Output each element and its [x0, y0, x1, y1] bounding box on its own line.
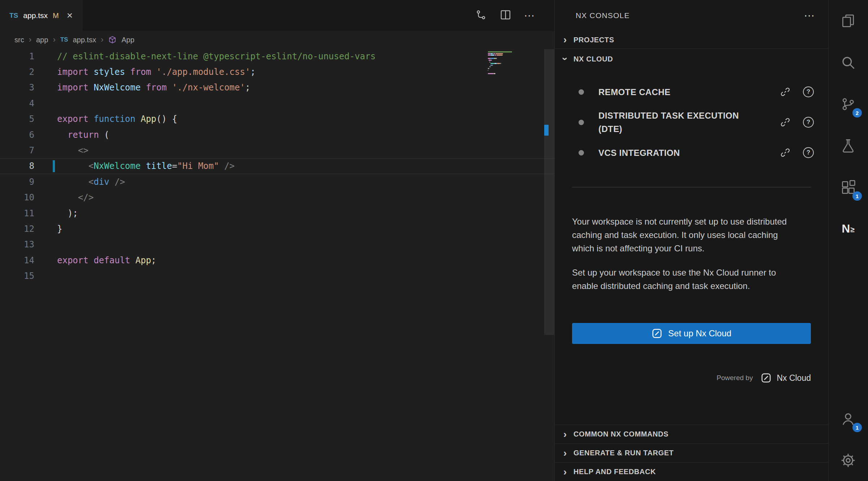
editor-code-area[interactable]: 1// eslint-disable-next-line @typescript…: [0, 48, 554, 481]
git-modified-badge: M: [53, 12, 59, 20]
line-number[interactable]: 11: [0, 208, 34, 218]
section-common-nx-commands[interactable]: ›COMMON NX COMMANDS: [555, 425, 828, 443]
tab-app-tsx[interactable]: TS app.tsx M ×: [0, 0, 82, 31]
code-text[interactable]: </>: [34, 192, 94, 203]
setup-button-label: Set up Nx Cloud: [668, 328, 731, 339]
section-help-and-feedback[interactable]: ›HELP AND FEEDBACK: [555, 462, 828, 481]
editor-scrollbar[interactable]: [544, 48, 554, 481]
line-number[interactable]: 5: [0, 114, 34, 124]
search-icon[interactable]: [829, 42, 868, 83]
minimap[interactable]: [488, 51, 543, 76]
typescript-file-icon: TS: [9, 12, 18, 20]
connect-icon[interactable]: [780, 147, 791, 158]
help-icon[interactable]: ?: [803, 147, 814, 158]
section-label: COMMON NX COMMANDS: [573, 430, 669, 438]
panel-title: NX CONSOLE: [576, 11, 630, 20]
breadcrumb-item-symbol[interactable]: App: [121, 36, 134, 44]
line-number[interactable]: 12: [0, 224, 34, 234]
line-number[interactable]: 10: [0, 192, 34, 203]
code-line: 6 return (: [0, 127, 554, 142]
line-number[interactable]: 15: [0, 271, 34, 281]
settings-icon[interactable]: [829, 439, 868, 481]
explorer-icon[interactable]: [829, 0, 868, 42]
nx-cloud-items: REMOTE CACHE?DISTRIBUTED TASK EXECUTION …: [555, 69, 828, 165]
source-control-icon[interactable]: 2: [829, 83, 868, 125]
account-icon[interactable]: 1: [829, 398, 868, 439]
help-icon[interactable]: ?: [803, 117, 814, 128]
split-editor-icon[interactable]: [499, 9, 512, 22]
line-number[interactable]: 13: [0, 239, 34, 250]
line-number[interactable]: 4: [0, 98, 34, 108]
modified-gutter-marker: [53, 160, 55, 172]
status-bullet-icon: [579, 89, 584, 95]
more-actions-icon[interactable]: ⋯: [524, 10, 535, 21]
testing-icon[interactable]: [829, 125, 868, 166]
code-line: 7 <>: [0, 142, 554, 158]
breadcrumb: src › app › TS app.tsx › App: [0, 31, 554, 48]
open-changes-icon[interactable]: [475, 9, 487, 22]
typescript-file-icon: TS: [60, 36, 68, 43]
code-text[interactable]: import NxWelcome from './nx-welcome';: [34, 82, 250, 93]
chevron-right-icon: ›: [560, 35, 570, 45]
code-text[interactable]: }: [34, 224, 62, 234]
line-number[interactable]: 3: [0, 82, 34, 93]
breadcrumb-item-app[interactable]: app: [36, 36, 48, 44]
section-nx-cloud[interactable]: › NX CLOUD: [555, 48, 828, 69]
help-icon[interactable]: ?: [803, 86, 814, 97]
scrollbar-thumb[interactable]: [544, 49, 554, 335]
powered-by-row: Powered by Nx Cloud: [555, 371, 811, 385]
code-text[interactable]: );: [34, 208, 78, 218]
code-text[interactable]: <>: [34, 145, 89, 156]
editor-toolbar: ⋯: [475, 0, 554, 31]
code-text[interactable]: return (: [34, 130, 109, 140]
section-label: GENERATE & RUN TARGET: [573, 449, 674, 457]
breadcrumb-item-file[interactable]: app.tsx: [73, 36, 96, 44]
code-text[interactable]: <div />: [34, 177, 125, 187]
code-line: 13: [0, 237, 554, 252]
chevron-right-icon: ›: [560, 467, 570, 477]
code-line: 5export function App() {: [0, 111, 554, 127]
connect-icon[interactable]: [780, 86, 791, 97]
section-projects[interactable]: › PROJECTS: [555, 31, 828, 48]
status-bullet-icon: [579, 150, 584, 156]
code-text[interactable]: export default App;: [34, 255, 156, 265]
activity-badge: 1: [852, 423, 862, 432]
setup-hint-text: Set up your workspace to use the Nx Clou…: [572, 266, 796, 293]
close-icon[interactable]: ×: [67, 10, 73, 21]
code-line: 3import NxWelcome from './nx-welcome';: [0, 80, 554, 95]
more-actions-icon[interactable]: ⋯: [804, 10, 815, 21]
extensions-icon[interactable]: 1: [829, 166, 868, 208]
code-text[interactable]: <NxWelcome title="Hi Mom" />: [34, 161, 235, 171]
code-line: 2import styles from './app.module.css';: [0, 64, 554, 80]
section-generate-run-target[interactable]: ›GENERATE & RUN TARGET: [555, 443, 828, 462]
chevron-separator: ›: [101, 35, 103, 44]
nx-console-icon[interactable]: N≥: [829, 208, 868, 250]
nx-cloud-item-label: DISTRIBUTED TASK EXECUTION (DTE): [598, 109, 750, 136]
powered-by-label: Powered by: [717, 374, 753, 382]
code-text[interactable]: // eslint-disable-next-line @typescript-…: [34, 51, 375, 61]
section-label: HELP AND FEEDBACK: [573, 468, 656, 476]
activity-badge: 2: [852, 108, 862, 118]
line-number[interactable]: 14: [0, 255, 34, 265]
code-text[interactable]: import styles from './app.module.css';: [34, 67, 255, 77]
code-line: 11 );: [0, 205, 554, 221]
status-bullet-icon: [579, 120, 584, 125]
nx-cloud-item: VCS INTEGRATION?: [579, 140, 814, 165]
code-line: 1// eslint-disable-next-line @typescript…: [0, 48, 554, 64]
editor-area: TS app.tsx M × ⋯: [0, 0, 555, 481]
nx-cloud-brand-label: Nx Cloud: [777, 373, 811, 383]
breadcrumb-item-src[interactable]: src: [14, 36, 24, 44]
connect-icon[interactable]: [780, 117, 791, 128]
code-line: 9 <div />: [0, 174, 554, 190]
line-number[interactable]: 2: [0, 67, 34, 77]
line-number[interactable]: 9: [0, 177, 34, 187]
code-text[interactable]: export function App() {: [34, 114, 177, 124]
setup-nx-cloud-button[interactable]: Set up Nx Cloud: [572, 323, 811, 344]
line-number[interactable]: 8: [0, 161, 34, 171]
nx-cloud-item: DISTRIBUTED TASK EXECUTION (DTE)?: [579, 109, 814, 136]
nx-logo: N≥: [842, 222, 855, 235]
line-number[interactable]: 7: [0, 145, 34, 156]
line-number[interactable]: 1: [0, 51, 34, 61]
code-line: 15: [0, 268, 554, 284]
line-number[interactable]: 6: [0, 130, 34, 140]
